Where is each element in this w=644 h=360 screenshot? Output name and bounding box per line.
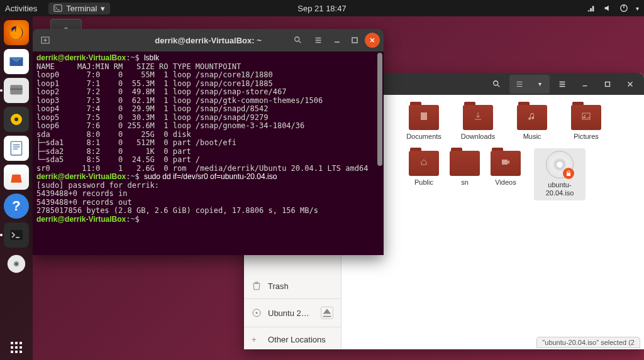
dock-rhythmbox[interactable]: [4, 107, 29, 132]
file-label: Public: [414, 178, 433, 187]
sidebar-other-locations[interactable]: + Other Locations: [244, 327, 341, 349]
terminal-titlebar[interactable]: derrik@derrik-VirtualBox: ~: [33, 29, 384, 52]
svg-point-38: [295, 37, 299, 41]
svg-rect-8: [11, 141, 21, 155]
eject-button[interactable]: [321, 307, 333, 319]
files-search-button[interactable]: [487, 75, 507, 94]
terminal-close-button[interactable]: [365, 33, 380, 48]
network-icon[interactable]: [587, 4, 596, 13]
terminal-menu-button[interactable]: [309, 31, 327, 49]
volume-icon[interactable]: [603, 4, 612, 13]
terminal-icon: [53, 4, 62, 13]
files-menu-button[interactable]: [552, 75, 572, 94]
dock-software[interactable]: [4, 165, 29, 190]
disc-icon: [546, 151, 574, 178]
files-close-button[interactable]: [620, 75, 640, 94]
chevron-down-icon[interactable]: ▾: [636, 5, 639, 12]
sidebar-item-label: Other Locations: [268, 335, 326, 344]
svg-point-15: [15, 263, 18, 265]
disc-icon: [252, 308, 262, 318]
svg-rect-5: [10, 89, 23, 90]
folder-snap[interactable]: sn: [452, 148, 477, 200]
power-icon[interactable]: [619, 4, 628, 13]
sidebar-item-label: Trash: [268, 281, 289, 291]
folder-downloads[interactable]: Downloads: [452, 102, 504, 143]
app-menu-label: Terminal: [66, 4, 97, 13]
svg-line-17: [497, 84, 500, 87]
dock-writer[interactable]: [4, 136, 29, 161]
terminal-title: derrik@derrik-VirtualBox: ~: [155, 36, 262, 45]
dock: ?: [0, 16, 33, 360]
folder-pictures[interactable]: Pictures: [560, 102, 612, 143]
files-minimize-button[interactable]: [575, 75, 595, 94]
dock-help[interactable]: ?: [4, 194, 29, 219]
svg-rect-0: [54, 5, 62, 12]
plus-icon: +: [252, 335, 262, 344]
svg-rect-30: [421, 112, 427, 120]
svg-rect-44: [352, 38, 357, 43]
terminal-minimize-button[interactable]: [330, 33, 345, 48]
sidebar-disc[interactable]: Ubuntu 20.0…: [244, 298, 341, 324]
file-label: ubuntu-20.04.iso: [536, 181, 583, 197]
clock[interactable]: Sep 21 18:47: [297, 4, 346, 13]
file-label: Downloads: [461, 133, 495, 141]
chevron-down-icon: ▾: [101, 4, 105, 13]
file-label: Pictures: [574, 133, 599, 141]
files-content[interactable]: Documents Downloads Music Pictures Publi…: [341, 95, 644, 349]
files-statusbar: "ubuntu-20.04.iso" selected (2: [536, 337, 640, 348]
terminal-window: derrik@derrik-VirtualBox: ~ derrik@derri…: [33, 29, 384, 255]
terminal-scrollbar[interactable]: [377, 53, 382, 166]
svg-rect-31: [582, 113, 590, 119]
svg-rect-12: [10, 230, 23, 240]
svg-point-7: [14, 117, 18, 121]
dock-files[interactable]: [4, 78, 29, 103]
file-label: sn: [461, 178, 469, 187]
terminal-body[interactable]: derrik@derrik-VirtualBox:~$ lsblk NAME M…: [33, 52, 384, 255]
activities-button[interactable]: Activities: [5, 4, 37, 13]
files-view-list-button[interactable]: [509, 75, 530, 94]
dock-firefox[interactable]: [4, 20, 29, 45]
svg-rect-33: [502, 160, 508, 165]
lock-badge-icon: [563, 168, 574, 179]
folder-music[interactable]: Music: [506, 102, 558, 143]
dock-show-apps[interactable]: [4, 335, 29, 360]
files-maximize-button[interactable]: [597, 75, 618, 94]
svg-rect-34: [567, 173, 570, 176]
svg-rect-25: [606, 82, 610, 86]
folder-public[interactable]: Public: [398, 148, 450, 200]
dock-thunderbird[interactable]: [4, 49, 29, 74]
dock-terminal[interactable]: [4, 222, 29, 248]
terminal-new-tab-button[interactable]: [36, 31, 54, 49]
svg-point-16: [494, 80, 498, 85]
svg-point-32: [584, 115, 586, 116]
trash-icon: [252, 281, 262, 291]
folder-documents[interactable]: Documents: [398, 102, 450, 143]
file-label: Music: [523, 133, 541, 141]
top-bar: Activities Terminal ▾ Sep 21 18:47 ▾: [0, 0, 644, 16]
dock-disc[interactable]: [4, 251, 29, 276]
folder-videos[interactable]: Videos: [480, 148, 531, 200]
svg-line-39: [299, 41, 301, 43]
terminal-search-button[interactable]: [289, 31, 307, 49]
app-menu[interactable]: Terminal ▾: [48, 3, 110, 14]
terminal-maximize-button[interactable]: [347, 33, 362, 48]
sidebar-trash[interactable]: Trash: [244, 276, 341, 296]
sidebar-item-label: Ubuntu 20.0…: [268, 308, 312, 318]
file-label: Videos: [495, 178, 516, 187]
file-ubuntu-iso[interactable]: ubuntu-20.04.iso: [534, 148, 586, 200]
file-label: Documents: [406, 133, 441, 141]
svg-point-29: [256, 312, 258, 314]
files-view-dropdown[interactable]: ▾: [530, 75, 550, 94]
